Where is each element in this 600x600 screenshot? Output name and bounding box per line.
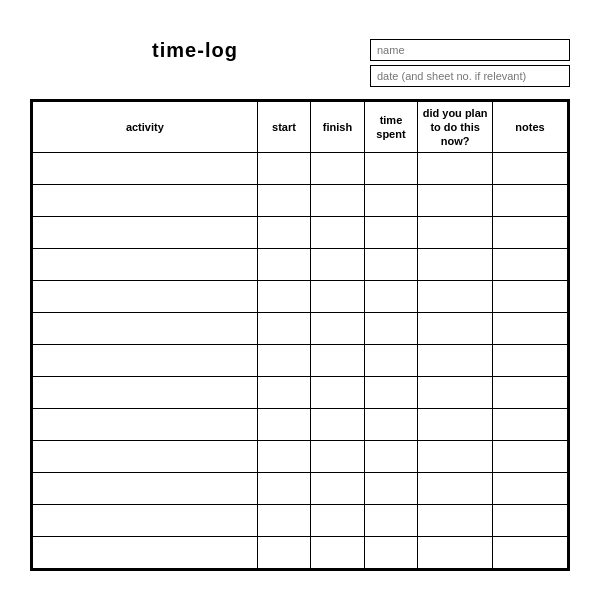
table-row	[33, 473, 568, 505]
table-cell[interactable]	[33, 473, 258, 505]
table-cell[interactable]	[311, 441, 365, 473]
table-cell[interactable]	[364, 441, 418, 473]
table-cell[interactable]	[257, 441, 311, 473]
table-cell[interactable]	[257, 345, 311, 377]
table-cell[interactable]	[257, 409, 311, 441]
col-header-notes: notes	[493, 101, 568, 153]
table-cell[interactable]	[33, 281, 258, 313]
table-cell[interactable]	[257, 217, 311, 249]
table-cell[interactable]	[33, 377, 258, 409]
table-cell[interactable]	[311, 505, 365, 537]
table-cell[interactable]	[364, 249, 418, 281]
table-cell[interactable]	[364, 217, 418, 249]
table-cell[interactable]	[493, 313, 568, 345]
table-cell[interactable]	[418, 537, 493, 569]
table-cell[interactable]	[364, 185, 418, 217]
table-row	[33, 281, 568, 313]
table-row	[33, 185, 568, 217]
table-cell[interactable]	[33, 409, 258, 441]
col-header-time-spent: time spent	[364, 101, 418, 153]
table-cell[interactable]	[418, 313, 493, 345]
table-cell[interactable]	[418, 345, 493, 377]
table-cell[interactable]	[311, 473, 365, 505]
table-cell[interactable]	[311, 217, 365, 249]
table-row	[33, 537, 568, 569]
table-cell[interactable]	[418, 409, 493, 441]
table-cell[interactable]	[364, 281, 418, 313]
table-cell[interactable]	[418, 473, 493, 505]
table-cell[interactable]	[311, 249, 365, 281]
table-row	[33, 441, 568, 473]
table-cell[interactable]	[418, 505, 493, 537]
table-cell[interactable]	[493, 345, 568, 377]
table-cell[interactable]	[493, 537, 568, 569]
table-cell[interactable]	[33, 153, 258, 185]
table-row	[33, 249, 568, 281]
table-cell[interactable]	[311, 281, 365, 313]
table-cell[interactable]	[257, 185, 311, 217]
table-cell[interactable]	[493, 217, 568, 249]
table-cell[interactable]	[311, 537, 365, 569]
table-cell[interactable]	[311, 377, 365, 409]
table-cell[interactable]	[418, 377, 493, 409]
table-cell[interactable]	[257, 153, 311, 185]
col-header-plan: did you plan to do this now?	[418, 101, 493, 153]
table-cell[interactable]	[418, 153, 493, 185]
table-cell[interactable]	[493, 281, 568, 313]
table-cell[interactable]	[311, 345, 365, 377]
table-cell[interactable]	[364, 505, 418, 537]
table-cell[interactable]	[33, 217, 258, 249]
table-cell[interactable]	[33, 345, 258, 377]
table-cell[interactable]	[493, 409, 568, 441]
table-cell[interactable]	[311, 409, 365, 441]
table-cell[interactable]	[364, 345, 418, 377]
table-cell[interactable]	[311, 153, 365, 185]
table-cell[interactable]	[33, 441, 258, 473]
table-cell[interactable]	[493, 185, 568, 217]
table-row	[33, 313, 568, 345]
date-input[interactable]	[370, 65, 570, 87]
col-header-finish: finish	[311, 101, 365, 153]
table-cell[interactable]	[364, 377, 418, 409]
table-cell[interactable]	[493, 249, 568, 281]
table-cell[interactable]	[257, 537, 311, 569]
page: time-log activity start finish time spen…	[20, 19, 580, 582]
header: time-log	[30, 39, 570, 87]
table-cell[interactable]	[364, 473, 418, 505]
table-cell[interactable]	[364, 313, 418, 345]
table-row	[33, 377, 568, 409]
table-cell[interactable]	[364, 153, 418, 185]
table-cell[interactable]	[33, 249, 258, 281]
table-row	[33, 153, 568, 185]
table-row	[33, 345, 568, 377]
table-cell[interactable]	[33, 313, 258, 345]
table-cell[interactable]	[493, 441, 568, 473]
time-log-table-wrapper: activity start finish time spent did you…	[30, 99, 570, 572]
table-cell[interactable]	[364, 409, 418, 441]
table-cell[interactable]	[257, 281, 311, 313]
table-cell[interactable]	[257, 313, 311, 345]
title-section: time-log	[30, 39, 370, 62]
table-cell[interactable]	[493, 153, 568, 185]
table-cell[interactable]	[311, 185, 365, 217]
table-cell[interactable]	[257, 473, 311, 505]
table-cell[interactable]	[418, 441, 493, 473]
table-row	[33, 505, 568, 537]
table-cell[interactable]	[493, 377, 568, 409]
table-cell[interactable]	[33, 537, 258, 569]
table-cell[interactable]	[418, 185, 493, 217]
table-cell[interactable]	[418, 249, 493, 281]
table-cell[interactable]	[257, 377, 311, 409]
table-cell[interactable]	[257, 505, 311, 537]
table-cell[interactable]	[493, 505, 568, 537]
table-cell[interactable]	[33, 505, 258, 537]
table-cell[interactable]	[33, 185, 258, 217]
table-cell[interactable]	[257, 249, 311, 281]
table-cell[interactable]	[311, 313, 365, 345]
table-cell[interactable]	[493, 473, 568, 505]
col-header-activity: activity	[33, 101, 258, 153]
table-cell[interactable]	[364, 537, 418, 569]
table-cell[interactable]	[418, 217, 493, 249]
table-cell[interactable]	[418, 281, 493, 313]
name-input[interactable]	[370, 39, 570, 61]
